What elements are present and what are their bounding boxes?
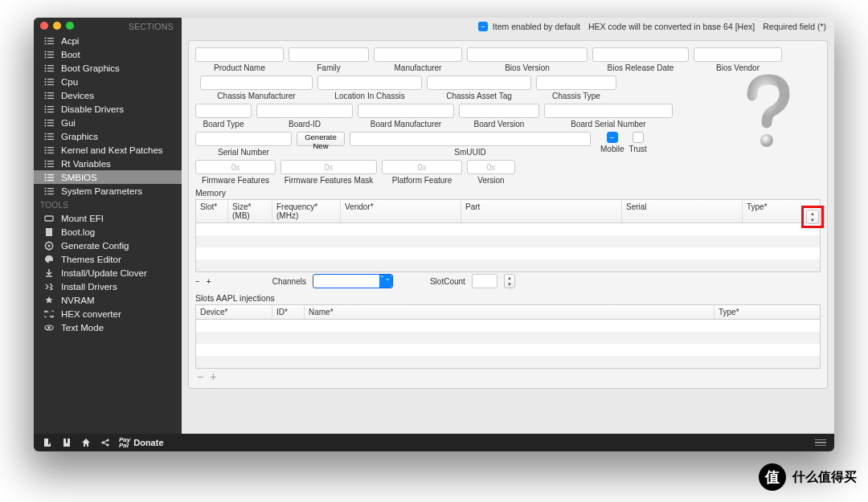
tool-icon [43,227,55,237]
manufacturer-input[interactable] [374,47,462,62]
import-icon[interactable] [42,438,53,447]
sidebar-item-smbios[interactable]: SMBIOS [34,170,182,184]
svg-point-2 [45,40,47,42]
sidebar-item-boot[interactable]: Boot [34,47,182,61]
sidebar-item-acpi[interactable]: Acpi [34,34,182,47]
svg-rect-69 [47,190,54,191]
home-icon[interactable] [80,438,92,447]
bios-release-date-input[interactable] [592,47,689,62]
board-manufacturer-label: Board Manufacturer [371,120,441,129]
slotcount-input[interactable] [472,274,497,288]
sidebar-item-graphics[interactable]: Graphics [34,129,182,143]
menu-icon[interactable] [815,439,826,447]
svg-point-75 [48,244,51,247]
share-icon[interactable] [100,438,111,447]
svg-rect-49 [47,147,54,148]
col-type-[interactable]: Type* [714,305,787,319]
sidebar-tool-text-mode[interactable]: Text Mode [34,320,182,334]
memory-remove-button[interactable]: − [195,277,200,286]
model-stepper[interactable]: ▲▼ [806,210,819,224]
sidebar-item-disable-drivers[interactable]: Disable Drivers [34,102,182,116]
required-note: Required field (*) [763,22,826,31]
sidebar-tool-nvram[interactable]: NVRAM [34,293,182,307]
mobile-checkbox[interactable]: − [607,132,618,143]
board-version-input[interactable] [459,104,539,118]
sidebar-tool-install-update-clover[interactable]: Install/Update Clover [34,266,182,280]
slots-remove-button[interactable]: − [195,370,205,383]
svg-point-8 [45,54,47,55]
svg-rect-11 [47,56,54,57]
sidebar-item-system-parameters[interactable]: System Parameters [34,184,182,198]
bios-vendor-input[interactable] [694,47,782,62]
memory-table[interactable]: Slot*Size* (MB)Frequency* (MHz)Vendor*Pa… [195,199,821,272]
col-size-mb-[interactable]: Size* (MB) [228,200,272,222]
board-type-label: Board Type [203,120,244,129]
firmware-features-input[interactable] [195,160,276,174]
tool-icon [43,309,55,319]
tool-icon [43,296,55,305]
firmware-features-mask-input[interactable] [280,160,377,174]
board-manufacturer-input[interactable] [358,104,454,118]
serial-number-input[interactable] [195,132,292,146]
channels-select[interactable] [313,274,393,288]
chassis-manufacturer-input[interactable] [200,76,313,90]
window-close-icon[interactable] [40,22,48,30]
col-part[interactable]: Part [461,200,622,222]
sidebar-item-gui[interactable]: Gui [34,116,182,129]
list-icon [43,92,55,100]
product-name-input[interactable] [195,47,284,62]
sidebar-item-rt-variables[interactable]: Rt Variables [34,157,182,170]
smuuid-label: SmUUID [454,148,485,157]
svg-point-30 [45,105,47,107]
col-id-[interactable]: ID* [272,305,305,319]
slotcount-stepper[interactable]: ▲▼ [504,274,515,288]
svg-point-22 [45,84,47,85]
window-minimize-icon[interactable] [53,22,61,30]
sidebar-tool-install-drivers[interactable]: Install Drivers [34,280,182,293]
sidebar-tool-boot-log[interactable]: Boot.log [34,225,182,239]
list-icon [43,78,55,86]
slots-add-button[interactable]: + [208,370,218,383]
location-in-chassis-input[interactable] [317,76,422,90]
sidebar-item-kernel-and-kext-patches[interactable]: Kernel and Kext Patches [34,143,182,157]
svg-rect-23 [47,84,54,84]
window-zoom-icon[interactable] [66,22,74,30]
export-icon[interactable] [61,438,72,447]
chassis-asset-tag-input[interactable] [427,76,531,90]
sidebar-item-cpu[interactable]: Cpu [34,75,182,88]
donate-button[interactable]: PayPal Donate [119,437,164,448]
watermark: 值 什么值得买 [759,463,857,491]
chassis-asset-tag-label: Chassis Asset Tag [446,92,512,100]
col-frequency-mhz-[interactable]: Frequency* (MHz) [272,200,341,222]
memory-add-button[interactable]: + [207,277,211,286]
svg-point-48 [45,146,47,148]
col-name-[interactable]: Name* [305,305,714,319]
board-id-input[interactable] [256,104,353,118]
col-type-[interactable]: Type* [743,200,787,222]
col-vendor-[interactable]: Vendor* [341,200,461,222]
sidebar-tool-generate-config[interactable]: Generate Config [34,239,182,252]
mobile-label: Mobile [600,145,624,153]
board-serial-number-input[interactable] [544,104,673,118]
trust-checkbox[interactable] [633,132,644,143]
sidebar-item-devices[interactable]: Devices [34,88,182,102]
bios-version-input[interactable] [467,47,588,62]
sidebar-tool-mount-efi[interactable]: Mount EFI [34,211,182,225]
col-serial[interactable]: Serial [622,200,743,222]
col-device-[interactable]: Device* [196,305,272,319]
svg-rect-47 [47,138,54,139]
version-input[interactable] [467,160,515,174]
sidebar-item-boot-graphics[interactable]: Boot Graphics [34,61,182,75]
smuuid-input[interactable] [350,132,591,146]
platform-feature-input[interactable] [382,160,462,174]
sidebar-tool-themes-editor[interactable]: Themes Editor [34,252,182,266]
generate-new-button[interactable]: Generate New [297,132,345,146]
col-slot-[interactable]: Slot* [196,200,228,222]
chassis-type-input[interactable] [536,76,616,90]
family-input[interactable] [289,47,369,62]
sidebar-tool-hex-converter[interactable]: HEX converter [34,307,182,320]
board-type-input[interactable] [195,104,252,118]
svg-rect-41 [47,124,54,125]
slots-table[interactable]: Device*ID*Name*Type* [195,304,821,369]
sidebar-header: SECTIONS [79,22,182,30]
